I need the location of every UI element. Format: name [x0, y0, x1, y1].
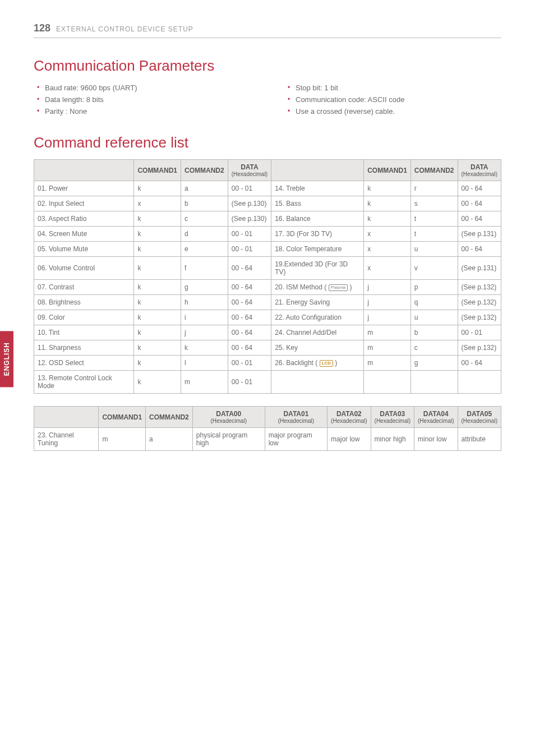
cell-cmd2: f	[181, 257, 228, 280]
bullet-item: Parity : None	[37, 106, 251, 118]
cell-name-text: )	[348, 283, 352, 291]
cell-name: 04. Screen Mute	[34, 227, 134, 242]
cell-cmd2: a	[181, 181, 228, 196]
table-row: 09. Colorki00 - 6422. Auto Configuration…	[34, 310, 501, 325]
cell-cmd2: p	[411, 280, 458, 295]
cell-d1: major program low	[265, 428, 327, 451]
table-row: 11. Sharpnesskk00 - 6425. Keymc(See p.13…	[34, 340, 501, 356]
th-data02: DATA02(Hexadecimal)	[328, 407, 371, 428]
cell-name: 17. 3D (For 3D TV)	[271, 227, 364, 242]
heading-comm-params: Communication Parameters	[34, 57, 501, 75]
bullet-item: Stop bit: 1 bit	[288, 82, 501, 94]
cell-cmd1: j	[364, 295, 411, 310]
cell-cmd2: r	[411, 181, 458, 196]
table-row: 03. Aspect Ratiokc(See p.130)16. Balance…	[34, 211, 501, 227]
cell-empty	[458, 371, 501, 394]
cell-cmd1: x	[364, 242, 411, 257]
cell-cmd1: m	[364, 325, 411, 340]
cell-cmd1: k	[134, 310, 181, 325]
cell-empty	[271, 371, 364, 394]
cell-data: 00 - 64	[228, 280, 271, 295]
th-label: DATA00	[216, 410, 241, 418]
cell-name: 03. Aspect Ratio	[34, 211, 134, 227]
cell-data: 00 - 64	[228, 257, 271, 280]
comm-params-right: Stop bit: 1 bit Communication code: ASCI…	[284, 82, 501, 117]
th-command2: COMMAND2	[411, 160, 458, 181]
cell-cmd1: x	[364, 257, 411, 280]
header-divider	[34, 38, 501, 38]
cell-name: 07. Contrast	[34, 280, 134, 295]
cell-name: 01. Power	[34, 181, 134, 196]
cell-data: 00 - 64	[228, 325, 271, 340]
th-empty	[34, 407, 99, 428]
cell-name: 26. Backlight ( LCD )	[271, 356, 364, 371]
table-row: 01. Powerka00 - 0114. Treblekr00 - 64	[34, 181, 501, 196]
cell-data: 00 - 01	[228, 181, 271, 196]
th-empty	[271, 160, 364, 181]
bullet-item: Communication code: ASCII code	[288, 94, 501, 106]
cell-cmd2: e	[181, 242, 228, 257]
th-data-label: DATA	[241, 163, 259, 171]
cell-d2: major low	[328, 428, 371, 451]
cell-cmd2: c	[181, 211, 228, 227]
th-command1: COMMAND1	[134, 160, 181, 181]
cell-cmd2: a	[146, 428, 193, 451]
lcd-icon: LCD	[320, 360, 333, 367]
cell-cmd1: k	[134, 227, 181, 242]
cell-data: 00 - 64	[228, 295, 271, 310]
cell-data: 00 - 01	[228, 356, 271, 371]
bullet-item: Use a crossed (reverse) cable.	[288, 106, 501, 118]
cell-empty	[411, 371, 458, 394]
cell-cmd1: m	[99, 428, 146, 451]
cell-data: 00 - 01	[458, 325, 501, 340]
cell-name: 25. Key	[271, 340, 364, 356]
table-row: 05. Volume Muteke00 - 0118. Color Temper…	[34, 242, 501, 257]
bullet-item: Data length: 8 bits	[37, 94, 251, 106]
cell-d0: physical program high	[192, 428, 265, 451]
th-label: DATA05	[467, 410, 492, 418]
cell-name: 11. Sharpness	[34, 340, 134, 356]
cell-data: (See p.131)	[458, 257, 501, 280]
cell-cmd2: h	[181, 295, 228, 310]
cell-name: 12. OSD Select	[34, 356, 134, 371]
cell-cmd2: l	[181, 356, 228, 371]
table-row: 10. Tintkj00 - 6424. Channel Add/Delmb00…	[34, 325, 501, 340]
cell-name: 08. Brightness	[34, 295, 134, 310]
th-data00: DATA00(Hexadecimal)	[192, 407, 265, 428]
cell-data: 00 - 01	[228, 242, 271, 257]
cell-cmd2: m	[181, 371, 228, 394]
th-command2: COMMAND2	[146, 407, 193, 428]
comm-params-columns: Baud rate: 9600 bps (UART) Data length: …	[34, 82, 501, 117]
th-data-sub: (Hexadecimal)	[232, 171, 268, 177]
cell-cmd1: j	[364, 280, 411, 295]
th-sub: (Hexadecimal)	[331, 418, 367, 424]
th-data-sub: (Hexadecimal)	[462, 171, 497, 177]
cell-cmd2: u	[411, 310, 458, 325]
cell-data: 00 - 64	[458, 242, 501, 257]
table-row: 04. Screen Mutekd00 - 0117. 3D (For 3D T…	[34, 227, 501, 242]
cell-name-text: 20. ISM Method (	[275, 283, 328, 291]
cell-name: 02. Input Select	[34, 196, 134, 211]
cell-cmd1: k	[134, 371, 181, 394]
cell-name: 09. Color	[34, 310, 134, 325]
page-number: 128	[34, 22, 50, 34]
th-data-label: DATA	[471, 163, 488, 171]
page-header: 128 EXTERNAL CONTROL DEVICE SETUP	[34, 22, 501, 34]
cell-name: 15. Bass	[271, 196, 364, 211]
table-row: 07. Contrastkg00 - 6420. ISM Method ( Pl…	[34, 280, 501, 295]
cell-data: (See p.132)	[458, 310, 501, 325]
cell-cmd2: s	[411, 196, 458, 211]
cell-cmd2: k	[181, 340, 228, 356]
cell-cmd1: j	[364, 310, 411, 325]
cell-cmd2: d	[181, 227, 228, 242]
cell-name: 22. Auto Configuration	[271, 310, 364, 325]
cell-d4: minor low	[414, 428, 458, 451]
cell-cmd1: k	[364, 211, 411, 227]
cell-data: 00 - 64	[458, 211, 501, 227]
cell-name: 14. Treble	[271, 181, 364, 196]
cell-data: 00 - 64	[458, 181, 501, 196]
th-data03: DATA03(Hexadecimal)	[371, 407, 414, 428]
cell-d5: attribute	[458, 428, 501, 451]
cell-name: 19.Extended 3D (For 3D TV)	[271, 257, 364, 280]
table-row: 13. Remote Control Lock Modekm00 - 01	[34, 371, 501, 394]
